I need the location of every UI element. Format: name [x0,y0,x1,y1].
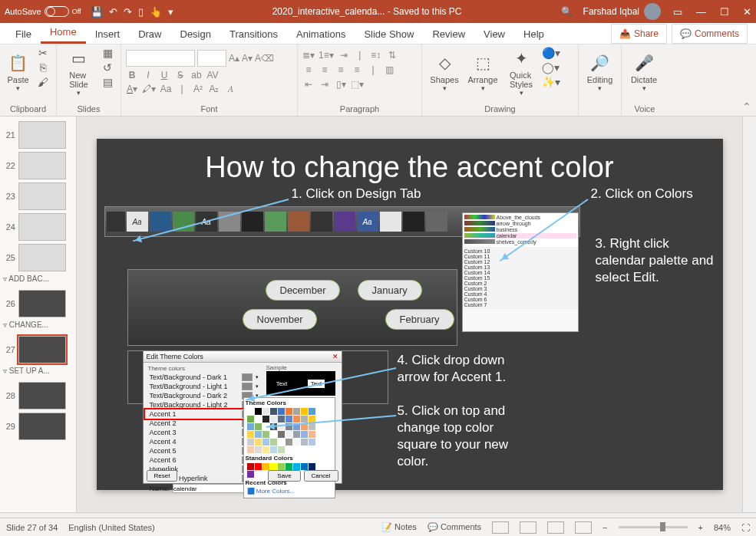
search-icon[interactable]: 🔍 [561,6,573,17]
ribbon-options-icon[interactable]: ▭ [673,6,682,18]
step-3-text[interactable]: 3. Right click calendar palette and sele… [596,235,718,286]
fit-window-icon[interactable]: ⛶ [741,523,750,532]
autosave-toggle[interactable]: AutoSave Off [5,6,81,17]
tab-view[interactable]: View [474,25,514,44]
close-icon[interactable]: ✕ [743,6,751,18]
step-2-text[interactable]: 2. Click on Colors [591,186,693,202]
section-header[interactable]: ▿ CHANGE... [3,321,64,333]
comments-status-button[interactable]: 💬 Comments [428,522,481,532]
align-left-icon[interactable]: ≡ [302,64,315,75]
shape-fill-icon[interactable]: 🔵▾ [542,47,559,59]
notes-button[interactable]: 📝 Notes [381,522,417,532]
thumbnail-23[interactable]: 23 [0,181,76,212]
font-name-combo[interactable] [126,50,195,67]
tab-insert[interactable]: Insert [86,25,130,44]
reset-icon[interactable]: ↺ [99,61,116,74]
paste-button[interactable]: 📋Paste▾ [5,47,31,97]
slide-canvas[interactable]: How to change the accent color 1. Click … [77,117,742,512]
columns-icon[interactable]: ▥ [383,64,395,75]
step-5-text[interactable]: 5. Click on top and change top color squ… [398,403,513,470]
numbering-icon[interactable]: 1≡▾ [319,50,334,61]
zoom-level[interactable]: 84% [714,523,731,532]
bold-icon[interactable]: B [126,70,138,81]
grow-font-icon[interactable]: A▴ [229,53,239,64]
italic-icon[interactable]: I [142,70,154,81]
font-color-icon[interactable]: A▾ [126,84,138,94]
tab-home[interactable]: Home [41,22,86,44]
thumbnail-27[interactable]: 27 [0,334,76,365]
equation-icon[interactable]: 𝐴 [224,84,236,94]
shape-outline-icon[interactable]: ◯▾ [542,61,559,74]
minimize-icon[interactable]: ― [696,6,706,18]
zoom-out-icon[interactable]: − [602,523,607,532]
tab-review[interactable]: Review [423,25,474,44]
reset-button[interactable]: Reset [147,470,178,482]
tab-transitions[interactable]: Transitions [220,25,287,44]
slide-thumbnails[interactable]: 2122232425▿ ADD BAC...26▿ CHANGE...27▿ S… [0,117,77,512]
thumbnail-26[interactable]: 26 [0,288,76,319]
highlight-icon[interactable]: 🖍▾ [142,84,156,94]
section-header[interactable]: ▿ SET UP A... [3,367,64,379]
language-status[interactable]: English (United States) [68,523,155,532]
redo-icon[interactable]: ↷ [124,6,132,18]
thumbnail-25[interactable]: 25 [0,242,76,273]
shape-effects-icon[interactable]: ✨▾ [542,76,559,88]
list-level-icon[interactable]: ⇥ [338,50,350,61]
user-account[interactable]: Farshad Iqbal [583,3,661,20]
section-header[interactable]: ▿ ADD BAC... [3,275,64,287]
thumbnail-29[interactable]: 29 [0,411,76,442]
spacing-icon[interactable]: AV [206,70,219,81]
notes-splitter[interactable] [0,512,756,518]
cancel-button[interactable]: Cancel [304,470,338,482]
tab-slideshow[interactable]: Slide Show [355,25,423,44]
section-icon[interactable]: ▤ [99,76,116,88]
current-slide[interactable]: How to change the accent color 1. Click … [97,139,723,490]
step-4-text[interactable]: 4. Click drop down arrow for Accent 1. [398,352,513,386]
tab-design[interactable]: Design [171,25,220,44]
slide-title[interactable]: How to change the accent color [97,139,723,189]
arrange-button[interactable]: ⬚Arrange▾ [465,47,500,97]
zoom-in-icon[interactable]: + [698,523,703,532]
thumbnail-22[interactable]: 22 [0,150,76,181]
quick-styles-button[interactable]: ✦Quick Styles▾ [503,47,539,97]
shadow-icon[interactable]: ab [190,70,203,81]
shrink-font-icon[interactable]: A▾ [242,53,253,64]
font-size-combo[interactable] [197,50,226,67]
sorter-view-icon[interactable] [520,521,536,534]
slideshow-view-icon[interactable] [575,521,592,534]
tab-draw[interactable]: Draw [129,25,170,44]
align-center-icon[interactable]: ≡ [319,64,331,75]
copy-icon[interactable]: ⎘ [35,61,51,74]
cut-icon[interactable]: ✂ [35,47,51,59]
reading-view-icon[interactable] [547,521,564,534]
tab-animations[interactable]: Animations [287,25,355,44]
thumbnail-21[interactable]: 21 [0,120,76,150]
strike-icon[interactable]: S̶ [174,70,187,81]
new-slide-button[interactable]: ▭New Slide▾ [61,47,96,97]
save-icon[interactable]: 💾 [91,6,103,18]
change-case-icon[interactable]: Aa [160,84,172,94]
clear-format-icon[interactable]: A⌫ [255,53,274,64]
editing-button[interactable]: 🔎Editing▾ [583,47,616,97]
qat-more-icon[interactable]: ▾ [168,6,173,18]
line-spacing-icon[interactable]: ≡↕ [370,50,382,61]
normal-view-icon[interactable] [492,521,509,534]
maximize-icon[interactable]: ☐ [720,6,729,18]
bullets-icon[interactable]: ≣▾ [302,50,315,61]
text-direction-icon[interactable]: ⇅ [386,50,398,61]
shapes-button[interactable]: ◇Shapes▾ [427,47,462,97]
subscript-icon[interactable]: A₂ [208,84,220,94]
thumbnail-28[interactable]: 28 [0,380,76,411]
superscript-icon[interactable]: A² [192,84,204,94]
underline-icon[interactable]: U [158,70,170,81]
align-text-icon[interactable]: ▯▾ [335,79,347,90]
tab-help[interactable]: Help [514,25,553,44]
dictate-button[interactable]: 🎤Dictate▾ [626,47,662,97]
vertical-scrollbar[interactable] [742,117,756,512]
increase-indent-icon[interactable]: ⇥ [319,79,331,90]
smartart-icon[interactable]: ⬚▾ [351,79,364,90]
format-painter-icon[interactable]: 🖌 [35,76,51,88]
touch-icon[interactable]: 👆 [150,6,162,18]
justify-icon[interactable]: ≡ [351,64,363,75]
thumbnail-24[interactable]: 24 [0,212,76,242]
